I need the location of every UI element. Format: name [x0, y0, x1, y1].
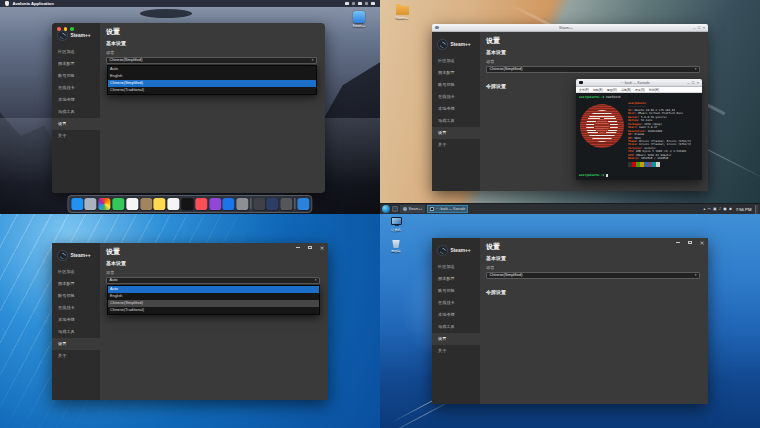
nav-item[interactable]: 在线挂卡 [52, 302, 100, 314]
language-combobox[interactable]: Chinese(Simplified) ▾ [486, 272, 700, 279]
photos-icon[interactable] [99, 198, 111, 210]
nav-item[interactable]: 社区加速 [432, 261, 480, 273]
dropdown-option[interactable]: Chinese(Traditional) [108, 87, 316, 94]
downloads-folder-icon[interactable] [253, 198, 265, 210]
nav-item[interactable]: 游戏工具 [52, 326, 100, 338]
messages-icon[interactable] [112, 198, 124, 210]
nav-item[interactable]: 游戏工具 [432, 115, 480, 127]
notes-icon[interactable] [154, 198, 166, 210]
nav-item[interactable]: 账号切换 [432, 79, 480, 91]
zoom-button[interactable] [70, 27, 74, 31]
computer-icon[interactable] [391, 217, 402, 225]
maximize-button[interactable]: □ [698, 26, 700, 30]
trash-icon[interactable] [281, 198, 293, 210]
minimize-button[interactable] [292, 243, 304, 252]
dock-divider[interactable] [294, 198, 295, 209]
show-desktop-icon[interactable] [392, 206, 398, 212]
folder-icon[interactable] [396, 6, 409, 15]
maximize-button[interactable] [304, 243, 316, 252]
nav-item-settings[interactable]: 设置 [432, 127, 480, 139]
language-combobox[interactable]: Auto ▾ AutoEnglishChinese(Simplified)Chi… [106, 277, 320, 284]
dropdown-option[interactable]: English [108, 73, 316, 80]
nav-item[interactable]: 游戏工具 [52, 106, 100, 118]
siri-icon[interactable] [371, 2, 375, 5]
podcasts-icon[interactable] [209, 198, 221, 210]
appstore-icon[interactable] [223, 198, 235, 210]
menu-item[interactable]: 视图(V) [607, 88, 617, 92]
steampp-app-icon[interactable] [353, 11, 365, 23]
dropdown-option[interactable]: Auto [108, 66, 316, 73]
system-preferences-icon[interactable] [237, 198, 249, 210]
close-button[interactable] [57, 27, 61, 31]
terminal-body[interactable]: user@ubuntu:~$ neofetch user@ubuntu ----… [576, 93, 702, 180]
control-center-icon[interactable] [365, 2, 369, 5]
close-button[interactable]: × [696, 238, 708, 247]
finder-icon[interactable] [71, 198, 83, 210]
menubar-app-name[interactable]: Avalonia Application [13, 1, 54, 6]
launchpad-icon[interactable] [85, 198, 97, 210]
menu-item[interactable]: 设置(S) [635, 88, 645, 92]
close-button[interactable]: × [703, 26, 705, 30]
konsole-titlebar[interactable]: ~ : bash — Konsole – □ × [576, 79, 702, 87]
recycle-bin-icon[interactable]: 回收站 [384, 239, 408, 253]
close-button[interactable]: × [697, 81, 699, 85]
apple-logo-icon[interactable] [5, 1, 9, 5]
nav-item[interactable]: 账号切换 [432, 285, 480, 297]
start-button[interactable] [382, 205, 390, 213]
close-button[interactable]: × [316, 243, 328, 252]
tray-volume-icon[interactable]: ♪ [719, 207, 721, 211]
nav-item[interactable]: 账号切换 [52, 70, 100, 82]
tray-mail-icon[interactable]: ✉ [708, 207, 711, 211]
nav-item[interactable]: 账号切换 [52, 290, 100, 302]
show-desktop-strip[interactable] [755, 205, 758, 214]
nav-item[interactable]: 在线挂卡 [52, 82, 100, 94]
dropdown-option[interactable]: English [108, 293, 319, 300]
language-combobox[interactable]: Chinese(Simplified) ▾ AutoEnglishChinese… [106, 57, 317, 64]
nav-item[interactable]: 本地令牌 [432, 309, 480, 321]
nav-item[interactable]: 脚本配置 [52, 58, 100, 70]
nav-item-about[interactable]: 关于 [52, 350, 100, 362]
nav-item[interactable]: 本地令牌 [432, 103, 480, 115]
minimize-button[interactable]: – [687, 81, 689, 85]
nav-item[interactable]: 社区加速 [52, 46, 100, 58]
minimize-button[interactable] [64, 27, 68, 31]
nav-item[interactable]: 脚本配置 [52, 278, 100, 290]
language-combobox[interactable]: Chinese(Simplified) ▾ [486, 66, 700, 73]
dropdown-option[interactable]: Chinese(Traditional) [108, 307, 319, 314]
breeze-titlebar[interactable]: Steam++ – □ × [432, 24, 708, 32]
taskbar-clock[interactable]: 7:56 PM [736, 207, 752, 212]
tray-battery-icon[interactable]: ◆ [729, 207, 732, 211]
menu-item[interactable]: 书签(B) [621, 88, 631, 92]
taskbar-button-steampp[interactable]: Steam++ [400, 205, 425, 214]
desktop-folder-icon[interactable]: Steam++ [392, 6, 412, 20]
nav-item[interactable]: 在线挂卡 [432, 297, 480, 309]
nav-item-settings[interactable]: 设置 [432, 333, 480, 345]
dropdown-option[interactable]: Auto [108, 286, 319, 293]
steampp-dock-icon[interactable] [267, 198, 279, 210]
recycle-bin-glyph[interactable] [392, 239, 400, 248]
dropdown-option[interactable]: Chinese(Simplified) [108, 80, 316, 87]
music-icon[interactable] [195, 198, 207, 210]
nav-item-settings[interactable]: 设置 [52, 118, 100, 130]
wifi-icon[interactable] [352, 2, 356, 5]
computer-desktop-icon[interactable]: 计算机 [384, 217, 408, 232]
nav-item[interactable]: 社区加速 [52, 266, 100, 278]
nav-item-about[interactable]: 关于 [432, 139, 480, 151]
menu-item[interactable]: 编辑(E) [593, 88, 603, 92]
dropdown-option[interactable]: Chinese(Simplified) [108, 300, 319, 307]
nav-item[interactable]: 脚本配置 [432, 273, 480, 285]
tray-network-icon[interactable]: ● [723, 207, 726, 211]
maximize-button[interactable] [684, 238, 696, 247]
tray-clipboard-icon[interactable]: ▣ [713, 207, 717, 211]
minimize-button[interactable]: – [693, 26, 695, 30]
menu-item[interactable]: 文件(F) [579, 88, 589, 92]
tray-arrow-icon[interactable]: ▴ [703, 207, 705, 211]
reminders-icon[interactable] [168, 198, 180, 210]
taskbar-button-konsole[interactable]: ~ : bash — Konsole [427, 205, 468, 214]
nav-item-about[interactable]: 关于 [52, 130, 100, 142]
minimized-window-icon[interactable] [297, 198, 309, 210]
maximize-button[interactable]: □ [692, 81, 694, 85]
menu-item[interactable]: 帮助(H) [649, 88, 659, 92]
nav-item[interactable]: 本地令牌 [52, 314, 100, 326]
calendar-icon[interactable] [126, 198, 138, 210]
